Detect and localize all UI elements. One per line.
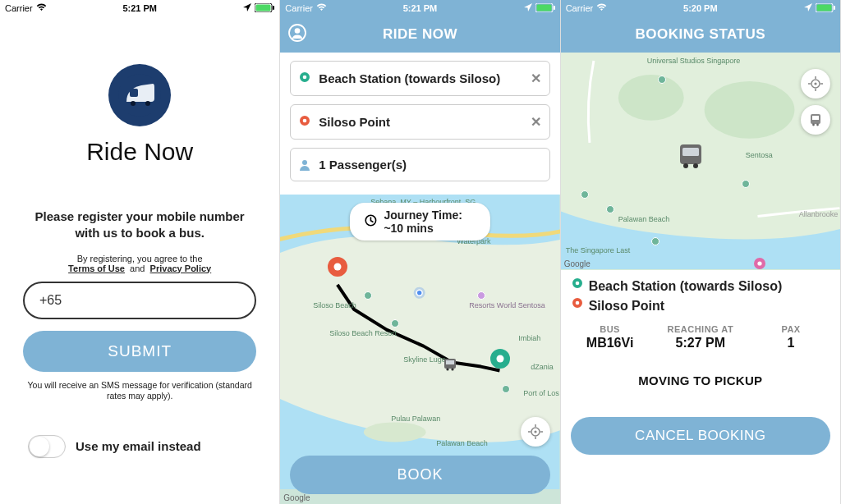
passengers-text: 1 Passenger(s) (319, 158, 407, 172)
map-poi-icon (606, 205, 614, 213)
map-label: The Singapore Last (566, 246, 631, 254)
bus-marker-icon (443, 357, 457, 375)
map-label: Skyline Luge (403, 355, 446, 364)
person-icon (299, 159, 310, 171)
svg-point-12 (303, 75, 307, 79)
status-time: 5:20 PM (561, 3, 840, 13)
svg-point-33 (618, 75, 684, 121)
bus-marker-icon (676, 141, 705, 174)
screen-ride-now: Carrier 5:21 PM RIDE NOW Beach Station (… (280, 0, 560, 504)
map-label: Resorts World Sentosa (469, 301, 545, 309)
map-attribution: Google (564, 259, 591, 268)
map-poi-icon (658, 76, 666, 84)
svg-point-38 (693, 163, 698, 168)
profile-icon[interactable] (288, 24, 306, 46)
header-title: RIDE NOW (383, 26, 457, 43)
passengers-input[interactable]: 1 Passenger(s) (290, 148, 549, 181)
clear-origin-icon[interactable]: ✕ (531, 71, 541, 86)
map-pin-icon (754, 258, 765, 270)
destination-display: Siloso Point (572, 298, 829, 314)
recenter-button[interactable] (521, 417, 550, 447)
status-bar: Carrier 5:20 PM (561, 0, 840, 16)
svg-rect-22 (446, 360, 454, 364)
status-time: 5:21 PM (280, 3, 559, 13)
phone-value: +65 (39, 293, 62, 307)
map-attribution: Google (283, 493, 310, 502)
svg-point-43 (812, 124, 815, 126)
app-title: Ride Now (86, 138, 193, 166)
email-toggle[interactable] (28, 435, 66, 458)
status-bar: Carrier 5:21 PM (280, 0, 559, 16)
svg-point-20 (497, 355, 504, 363)
svg-point-24 (452, 368, 454, 370)
destination-map-pin-icon (328, 257, 347, 286)
agree-prefix: By registering, you agree to the (77, 254, 203, 263)
map-label: Imbiah (518, 334, 540, 342)
map-label: Sentosa (746, 151, 773, 159)
destination-text: Siloso Point (589, 299, 664, 314)
agree-and: and (130, 263, 145, 273)
sms-note: You will receive an SMS message for veri… (23, 380, 256, 402)
map-poi-icon (651, 237, 659, 245)
booking-status-text: MOVING TO PICKUP (572, 373, 829, 387)
origin-text: Beach Station (towards Siloso) (319, 71, 500, 85)
submit-button[interactable]: SUBMIT (23, 331, 256, 372)
svg-point-6 (145, 101, 150, 106)
agreement-text: By registering, you agree to the Terms o… (68, 254, 211, 273)
route-map[interactable]: Sebana, MY – Harbourfront, SG Waterpark … (280, 195, 559, 504)
cancel-label: CANCEL BOOKING (635, 428, 765, 443)
origin-map-pin-icon (490, 349, 510, 378)
map-label: Pulau Palawan (391, 415, 440, 423)
phone-input[interactable]: +65 (23, 282, 256, 319)
origin-display: Beach Station (towards Siloso) (572, 278, 829, 295)
map-label: dZania (531, 363, 554, 371)
clear-destination-icon[interactable]: ✕ (531, 114, 541, 130)
svg-point-13 (303, 118, 307, 122)
book-button[interactable]: BOOK (290, 456, 549, 494)
submit-label: SUBMIT (108, 342, 172, 360)
booking-info-row: BUS MB16Vi REACHING AT 5:27 PM PAX 1 (572, 324, 829, 351)
svg-rect-42 (812, 116, 819, 120)
svg-point-23 (447, 368, 449, 370)
destination-pin-icon (572, 298, 582, 314)
svg-point-5 (131, 101, 136, 106)
terms-link[interactable]: Terms of Use (68, 263, 125, 273)
svg-rect-36 (682, 148, 699, 156)
register-prompt: Please register your mobile number with … (23, 208, 256, 242)
map-label: Siloso Beach Resort (329, 329, 397, 337)
screen-register: Carrier 5:21 PM Ride Now Ple (0, 0, 280, 504)
map-label: Allanbrooke (799, 210, 839, 218)
svg-point-46 (575, 301, 579, 305)
svg-point-37 (683, 163, 688, 168)
journey-time-text: Journey Time: ~10 mins (384, 208, 475, 235)
pax-label: PAX (753, 324, 829, 334)
map-label: Port of Los (523, 389, 559, 397)
map-label: Palawan Beach (436, 439, 488, 447)
bus-locate-button[interactable] (801, 105, 830, 135)
bus-label: BUS (572, 324, 648, 334)
screen-booking-status: Carrier 5:20 PM BOOKING STATUS Universa (561, 0, 841, 504)
svg-point-45 (575, 282, 579, 286)
status-map[interactable]: Universal Studios Singapore Sentosa Pala… (561, 53, 840, 270)
svg-point-32 (704, 81, 794, 139)
cancel-booking-button[interactable]: CANCEL BOOKING (571, 417, 830, 455)
svg-point-27 (534, 430, 536, 433)
origin-pin-icon (572, 278, 582, 295)
destination-input[interactable]: Siloso Point ✕ (290, 104, 549, 140)
app-header: BOOKING STATUS (561, 16, 840, 53)
pax-value: 1 (753, 336, 829, 351)
svg-point-40 (814, 82, 816, 85)
clock-icon (365, 214, 377, 229)
app-logo (108, 64, 171, 126)
origin-pin-icon (299, 72, 310, 85)
destination-pin-icon (299, 116, 310, 129)
email-toggle-label: Use my email instead (76, 439, 201, 453)
svg-point-44 (816, 124, 819, 126)
recenter-button[interactable] (801, 69, 830, 99)
privacy-link[interactable]: Privacy Policy (150, 263, 212, 273)
origin-input[interactable]: Beach Station (towards Siloso) ✕ (290, 61, 549, 96)
svg-point-18 (416, 290, 422, 296)
svg-point-11 (295, 28, 301, 34)
reaching-value: 5:27 PM (648, 336, 754, 351)
origin-text: Beach Station (towards Siloso) (589, 279, 783, 294)
